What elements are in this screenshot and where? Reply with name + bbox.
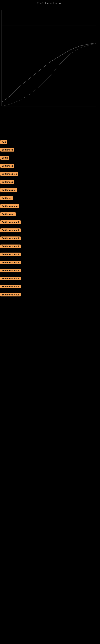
bottleneck-label-6: Bottleneck [0, 180, 14, 184]
bottleneck-item-5: Bottleneck res [0, 171, 100, 178]
bottleneck-label-13: Bottleneck result [0, 236, 21, 240]
bottleneck-item-19: Bottleneck result [0, 283, 100, 290]
bottleneck-label-10: Bottleneck r [0, 212, 16, 216]
chart-area [0, 6, 100, 122]
bottleneck-label-7: Bottleneck re [0, 188, 17, 192]
bottleneck-label-18: Bottleneck result [0, 277, 21, 280]
bottleneck-label-14: Bottleneck result [0, 244, 21, 248]
bottleneck-item-16: Bottleneck result [0, 259, 100, 266]
bottleneck-label-1: Bott [0, 140, 7, 144]
bottleneck-item-2: Bottleneck [0, 146, 100, 154]
bottleneck-item-7: Bottleneck re [0, 187, 100, 194]
chart-svg [0, 6, 100, 122]
bottleneck-label-17: Bottleneck result [0, 269, 21, 272]
bottleneck-item-12: Bottleneck result [0, 227, 100, 234]
bottleneck-item-9: Bottleneck resu [0, 203, 100, 210]
bottleneck-label-9: Bottleneck resu [0, 204, 19, 208]
cursor-line [1, 124, 2, 136]
bottleneck-label-4: Bottleneck [0, 164, 14, 168]
bottleneck-label-16: Bottleneck result [0, 260, 21, 264]
bottleneck-label-2: Bottleneck [0, 148, 14, 152]
bottleneck-item-18: Bottleneck result [0, 275, 100, 282]
svg-rect-0 [0, 6, 100, 122]
bottleneck-label-3: Bottle [0, 156, 9, 160]
bottleneck-label-12: Bottleneck result [0, 228, 21, 232]
bottleneck-label-8: Bottlenec [0, 196, 13, 200]
bottleneck-item-4: Bottleneck [0, 162, 100, 170]
bottleneck-label-5: Bottleneck res [0, 172, 18, 176]
bottleneck-label-15: Bottleneck result [0, 252, 21, 256]
bottleneck-label-19: Bottleneck result [0, 285, 21, 288]
bottleneck-item-15: Bottleneck result [0, 251, 100, 258]
bottleneck-item-13: Bottleneck result [0, 235, 100, 242]
bottleneck-item-20: Bottleneck result [0, 292, 100, 299]
bottleneck-item-14: Bottleneck result [0, 243, 100, 250]
bottleneck-label-11: Bottleneck result [0, 220, 21, 224]
bottleneck-item-17: Bottleneck result [0, 267, 100, 274]
site-title: TheBottlenecker.com [0, 0, 100, 6]
bottleneck-label-20: Bottleneck result [0, 293, 21, 296]
bottleneck-item-10: Bottleneck r [0, 211, 100, 218]
bottleneck-item-6: Bottleneck [0, 179, 100, 186]
bottleneck-item-1: Bott [0, 139, 100, 146]
bottleneck-item-3: Bottle [0, 154, 100, 162]
bottleneck-item-8: Bottlenec [0, 195, 100, 202]
bottleneck-item-11: Bottleneck result [0, 219, 100, 226]
